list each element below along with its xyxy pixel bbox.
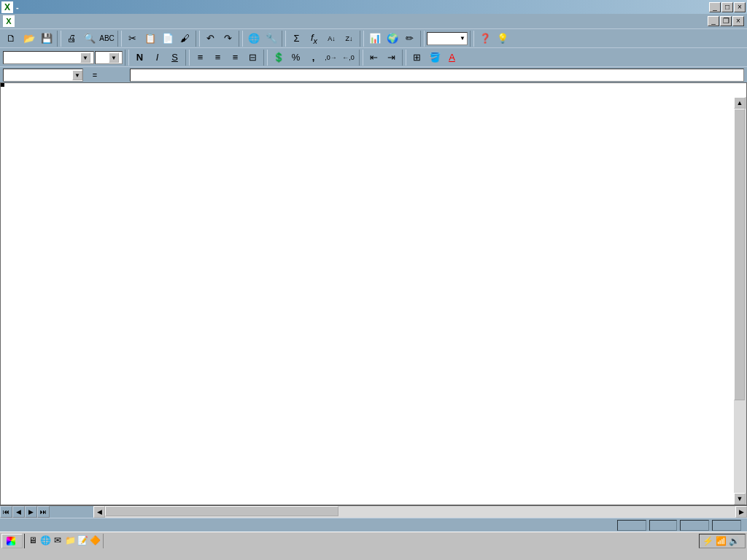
assistant-icon[interactable]: 💡 — [494, 31, 511, 47]
format-painter-icon[interactable]: 🖌 — [177, 31, 193, 47]
close-button[interactable]: × — [734, 2, 746, 12]
increase-decimal-icon[interactable]: ,0→ — [322, 50, 339, 66]
window-title: - — [16, 3, 709, 12]
undo-icon[interactable]: ↶ — [202, 31, 219, 47]
cut-icon[interactable]: ✂ — [124, 31, 141, 47]
bold-icon[interactable]: N — [131, 50, 148, 66]
tab-prev-icon[interactable]: ◀ — [12, 506, 25, 518]
status-slot — [617, 520, 646, 531]
paste-icon[interactable]: 📄 — [159, 31, 176, 47]
tray-icon[interactable]: 🔊 — [729, 536, 740, 546]
status-slot — [712, 520, 741, 531]
redo-icon[interactable]: ↷ — [220, 31, 236, 47]
percent-icon[interactable]: % — [287, 50, 304, 66]
windows-logo-icon — [7, 537, 15, 545]
excel-icon: X — [1, 1, 13, 13]
scroll-up-icon[interactable]: ▲ — [734, 97, 746, 109]
sort-desc-icon[interactable]: Z↓ — [341, 31, 357, 47]
horizontal-scrollbar[interactable]: ◀ ▶ — [93, 506, 747, 518]
vertical-scrollbar[interactable]: ▲ ▼ — [734, 97, 746, 505]
mdi-minimize-button[interactable]: _ — [708, 16, 719, 26]
decrease-indent-icon[interactable]: ⇤ — [365, 50, 382, 66]
name-box[interactable]: ▼ — [3, 69, 83, 82]
formula-bar: ▼ = — [0, 66, 747, 82]
autosum-icon[interactable]: Σ — [288, 31, 305, 47]
decrease-decimal-icon[interactable]: ←,0 — [340, 50, 357, 66]
minimize-button[interactable]: _ — [709, 2, 721, 12]
start-button[interactable] — [1, 534, 23, 548]
note-icon[interactable]: 📝 — [77, 535, 88, 547]
mdi-restore-button[interactable]: ❐ — [720, 16, 732, 26]
outlook-icon[interactable]: ✉ — [52, 535, 63, 547]
tab-first-icon[interactable]: ⏮ — [0, 506, 12, 518]
web-toolbar-icon[interactable]: 🔧 — [263, 31, 279, 47]
tray-icon[interactable]: ⚡ — [703, 536, 713, 546]
currency-icon[interactable]: 💲 — [270, 50, 287, 66]
standard-toolbar: 🗋 📂 💾 🖨 🔍 ABC ✂ 📋 📄 🖌 ↶ ↷ 🌐 🔧 Σ fx A↓ Z↓… — [0, 28, 747, 47]
font-size-combo[interactable]: ▼ — [95, 51, 123, 64]
align-left-icon[interactable]: ≡ — [192, 50, 209, 66]
formatting-toolbar: ▼ ▼ N I S ≡ ≡ ≡ ⊟ 💲 % , ,0→ ←,0 ⇤ ⇥ ⊞ 🪣 … — [0, 47, 747, 66]
copy-icon[interactable]: 📋 — [142, 31, 158, 47]
scroll-right-icon[interactable]: ▶ — [735, 506, 747, 518]
app-icon[interactable]: 🔶 — [89, 535, 101, 547]
sort-asc-icon[interactable]: A↓ — [323, 31, 340, 47]
merge-center-icon[interactable]: ⊟ — [244, 50, 261, 66]
font-color-icon[interactable]: A — [444, 50, 460, 66]
mdi-close-button[interactable]: × — [732, 16, 744, 26]
status-num — [649, 520, 677, 531]
tray-icon[interactable]: 📶 — [716, 536, 727, 546]
desktop-icon[interactable]: 🖥 — [27, 535, 39, 547]
open-icon[interactable]: 📂 — [20, 31, 37, 47]
workbook-icon[interactable]: X — [3, 15, 15, 27]
drawing-icon[interactable]: ✏ — [401, 31, 418, 47]
ie-icon[interactable]: 🌐 — [39, 535, 51, 547]
vscroll-thumb[interactable] — [734, 109, 745, 400]
increase-indent-icon[interactable]: ⇥ — [383, 50, 400, 66]
function-icon[interactable]: fx — [306, 31, 322, 47]
new-icon[interactable]: 🗋 — [3, 31, 20, 47]
equals-label: = — [89, 71, 101, 79]
maximize-button[interactable]: □ — [721, 2, 733, 12]
align-center-icon[interactable]: ≡ — [209, 50, 226, 66]
status-bar — [0, 518, 747, 532]
print-preview-icon[interactable]: 🔍 — [81, 31, 98, 47]
zoom-combo[interactable]: ▼ — [427, 32, 468, 45]
menu-bar: X _ ❐ × — [0, 14, 747, 28]
tab-last-icon[interactable]: ⏭ — [37, 506, 50, 518]
folder-icon[interactable]: 📁 — [64, 535, 76, 547]
formula-input[interactable] — [130, 69, 744, 82]
underline-icon[interactable]: S — [166, 50, 183, 66]
window-titlebar: X - _ □ × — [0, 0, 747, 14]
fill-color-icon[interactable]: 🪣 — [426, 50, 443, 66]
worksheet-area[interactable]: ▲ ▼ — [0, 82, 747, 505]
scroll-down-icon[interactable]: ▼ — [734, 493, 746, 505]
windows-taskbar: 🖥 🌐 ✉ 📁 📝 🔶 ⚡ 📶 🔊 — [0, 532, 747, 549]
map-icon[interactable]: 🌍 — [384, 31, 400, 47]
print-icon[interactable]: 🖨 — [63, 31, 80, 47]
chart-wizard-icon[interactable]: 📊 — [366, 31, 383, 47]
italic-icon[interactable]: I — [149, 50, 166, 66]
scroll-left-icon[interactable]: ◀ — [93, 506, 105, 518]
font-combo[interactable]: ▼ — [3, 51, 94, 64]
system-tray[interactable]: ⚡ 📶 🔊 — [699, 534, 746, 548]
borders-icon[interactable]: ⊞ — [409, 50, 425, 66]
save-icon[interactable]: 💾 — [38, 31, 55, 47]
active-cell-cursor — [1, 83, 4, 86]
hyperlink-icon[interactable]: 🌐 — [245, 31, 262, 47]
sheet-tab-bar: ⏮ ◀ ▶ ⏭ ◀ ▶ — [0, 505, 747, 518]
help-icon[interactable]: ❓ — [476, 31, 493, 47]
comma-icon[interactable]: , — [305, 50, 322, 66]
tab-next-icon[interactable]: ▶ — [25, 506, 37, 518]
align-right-icon[interactable]: ≡ — [227, 50, 244, 66]
status-slot — [680, 520, 709, 531]
hscroll-thumb[interactable] — [105, 506, 338, 516]
quick-launch: 🖥 🌐 ✉ 📁 📝 🔶 — [24, 534, 104, 548]
spellcheck-icon[interactable]: ABC — [98, 31, 115, 47]
